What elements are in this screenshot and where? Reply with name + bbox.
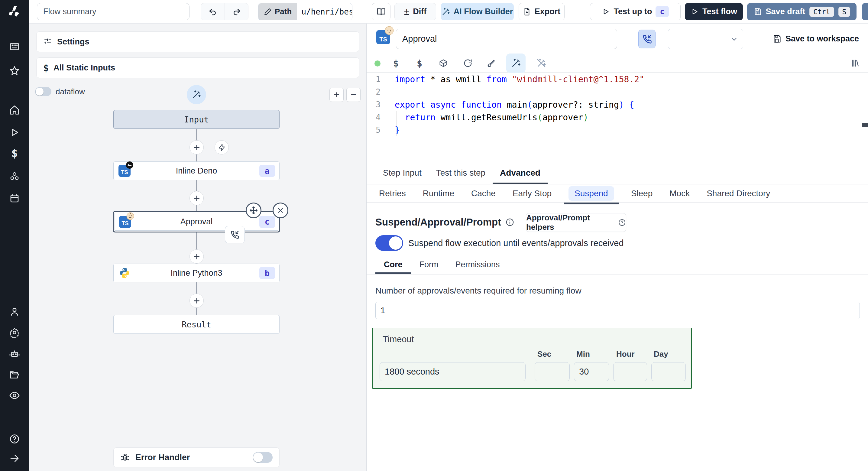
delete-node-button[interactable] xyxy=(273,203,288,218)
approvals-required-input[interactable] xyxy=(375,302,860,319)
ai-flow-builder-button[interactable]: AI Flow Builder xyxy=(441,3,514,20)
timeout-duration-input[interactable] xyxy=(380,362,526,381)
step-name-input[interactable] xyxy=(396,29,617,49)
error-handler-toggle[interactable] xyxy=(253,452,273,463)
home-icon[interactable] xyxy=(9,105,20,116)
dataflow-toggle[interactable] xyxy=(35,87,51,96)
tab-suspend[interactable]: Suspend xyxy=(568,186,614,201)
reload-tool-icon[interactable] xyxy=(461,56,475,70)
library-tool-icon[interactable] xyxy=(848,56,862,70)
zoom-out-button[interactable]: − xyxy=(346,88,361,102)
runs-icon[interactable] xyxy=(9,127,20,138)
redo-button[interactable] xyxy=(224,3,248,20)
flow-node-input[interactable]: Input xyxy=(113,110,280,129)
workers-icon[interactable] xyxy=(9,348,20,359)
flow-node-result[interactable]: Result xyxy=(113,315,280,334)
approval-phone-badge[interactable] xyxy=(225,226,245,243)
test-up-to-button[interactable]: Test up to c xyxy=(590,3,681,20)
settings-gear-icon[interactable] xyxy=(9,327,20,338)
timeout-sec-label: Sec xyxy=(537,350,551,359)
approval-phone-button[interactable] xyxy=(638,30,655,48)
zoom-in-button[interactable]: + xyxy=(330,88,344,102)
error-handler-card[interactable]: Error Handler xyxy=(113,447,280,467)
resources-tool-icon[interactable]: $ xyxy=(412,56,427,70)
tab-step-input[interactable]: Step Input xyxy=(376,163,429,184)
code-line[interactable]: 2 xyxy=(367,86,868,98)
format-tool-icon[interactable] xyxy=(485,56,498,70)
code-line[interactable]: 1import * as wmill from "windmill-client… xyxy=(367,73,868,86)
test-flow-button[interactable]: Test flow xyxy=(685,3,743,20)
timeout-hour-input[interactable] xyxy=(613,362,647,381)
folders-icon[interactable] xyxy=(9,370,20,380)
export-button[interactable]: Export xyxy=(519,3,564,20)
save-to-workspace-label: Save to workspace xyxy=(785,34,859,43)
undo-button[interactable] xyxy=(201,3,224,20)
flow-settings-button[interactable]: Settings xyxy=(36,31,359,52)
timeout-sec-input[interactable] xyxy=(535,362,570,381)
code-editor[interactable]: 1import * as wmill from "windmill-client… xyxy=(367,72,868,163)
tab-core[interactable]: Core xyxy=(375,257,411,274)
tab-test-this-step[interactable]: Test this step xyxy=(429,163,493,184)
info-icon[interactable] xyxy=(505,218,515,227)
worker-tag-select[interactable] xyxy=(668,29,743,49)
suspend-toggle[interactable] xyxy=(375,235,403,251)
kbd-s: S xyxy=(838,7,850,17)
path-value[interactable]: u/henri/bes xyxy=(297,3,352,20)
add-trigger-button[interactable] xyxy=(215,140,229,154)
save-to-workspace-button[interactable]: Save to workspace xyxy=(772,24,859,54)
help-icon[interactable] xyxy=(9,434,20,444)
editor-overview-ruler xyxy=(862,72,862,163)
editor-scroll-thumb[interactable] xyxy=(862,123,868,127)
flow-node-inline-python[interactable]: Inline Python3 b xyxy=(113,264,280,282)
package-tool-icon[interactable] xyxy=(436,56,450,70)
apps-icon[interactable] xyxy=(9,41,20,52)
all-static-inputs-button[interactable]: $ All Static Inputs xyxy=(36,57,359,78)
schedules-icon[interactable] xyxy=(9,193,20,204)
tab-advanced[interactable]: Advanced xyxy=(493,163,548,184)
diff-button[interactable]: ± Diff xyxy=(395,3,436,20)
code-line[interactable]: 5} xyxy=(367,124,868,136)
tab-form[interactable]: Form xyxy=(411,257,447,274)
audit-eye-icon[interactable] xyxy=(9,390,20,401)
tab-mock[interactable]: Mock xyxy=(670,189,690,198)
ai-graph-wand-button[interactable] xyxy=(187,85,206,104)
star-icon[interactable] xyxy=(9,65,20,76)
flow-node-inline-deno[interactable]: TS Inline Deno a xyxy=(113,161,280,180)
windmill-logo-icon[interactable] xyxy=(8,5,21,19)
tab-retries[interactable]: Retries xyxy=(379,189,406,198)
tab-early-stop[interactable]: Early Stop xyxy=(513,189,552,198)
edit-path-button[interactable]: Path xyxy=(258,3,297,20)
flow-node-approval-selected[interactable]: TS Approval c xyxy=(113,211,280,233)
collapse-arrow-icon[interactable] xyxy=(9,453,20,464)
add-step-button[interactable] xyxy=(189,140,204,154)
ai-off-tool-icon[interactable] xyxy=(534,56,548,70)
docs-button[interactable] xyxy=(372,3,391,20)
save-draft-button[interactable]: Save draft Ctrl S xyxy=(747,3,857,20)
deno-node-id-badge: a xyxy=(259,165,275,177)
timeout-min-input[interactable] xyxy=(574,362,609,381)
export-label: Export xyxy=(535,7,561,16)
resources-icon[interactable] xyxy=(9,171,20,182)
tab-runtime[interactable]: Runtime xyxy=(423,189,454,198)
zap-icon xyxy=(218,144,226,151)
more-actions-button[interactable] xyxy=(862,3,868,20)
variables-tool-icon[interactable]: $ xyxy=(389,56,403,70)
tab-cache[interactable]: Cache xyxy=(471,189,496,198)
tab-permissions[interactable]: Permissions xyxy=(447,257,508,274)
add-step-button[interactable] xyxy=(189,294,204,308)
ai-assistant-tool-icon[interactable] xyxy=(506,54,526,73)
add-step-button[interactable] xyxy=(189,249,204,264)
user-icon[interactable] xyxy=(9,306,20,317)
add-step-button[interactable] xyxy=(189,191,204,205)
code-line[interactable]: 4 return wmill.getResumeUrls(approver) xyxy=(367,111,868,124)
move-node-handle[interactable] xyxy=(246,203,261,218)
flow-summary-input[interactable] xyxy=(37,3,189,20)
timeout-min-label: Min xyxy=(576,350,590,359)
tab-sleep[interactable]: Sleep xyxy=(631,189,653,198)
timeout-day-input[interactable] xyxy=(651,362,686,381)
code-line[interactable]: 3export async function main(approver?: s… xyxy=(367,98,868,111)
variables-icon[interactable]: $ xyxy=(9,147,20,158)
approval-prompt-helpers-button[interactable]: Approval/Prompt helpers xyxy=(526,213,626,232)
tab-shared-directory[interactable]: Shared Directory xyxy=(707,189,770,198)
sidebar-divider xyxy=(0,97,29,97)
